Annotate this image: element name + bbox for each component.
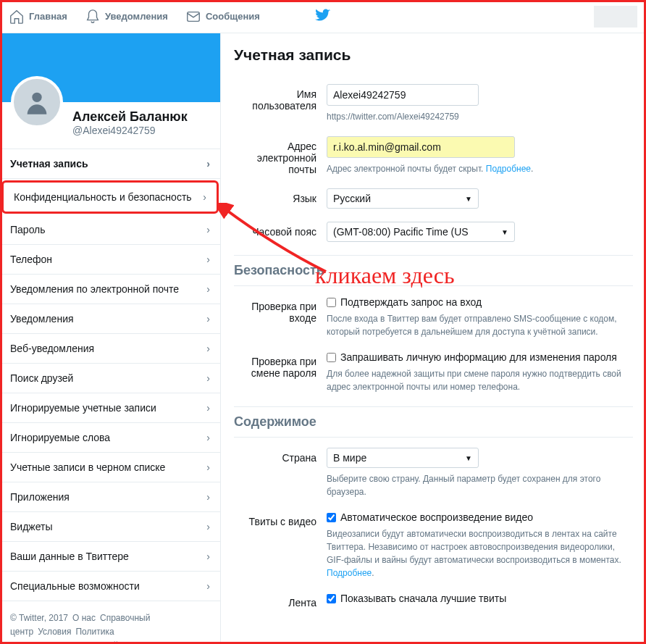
feed-best-first-checkbox[interactable]: [327, 594, 336, 603]
timezone-label: Часовой пояс: [234, 222, 327, 242]
chevron-right-icon: ›: [206, 343, 210, 354]
email-input[interactable]: [327, 136, 515, 158]
chevron-right-icon: ›: [206, 224, 210, 235]
person-icon: [22, 88, 51, 117]
footer-link-0[interactable]: О нас: [72, 613, 96, 623]
nav-home[interactable]: Главная: [9, 9, 67, 25]
country-select[interactable]: В мире ▼: [327, 448, 479, 468]
avatar[interactable]: [11, 76, 63, 128]
sidebar-item-label: Специальные возможности: [10, 580, 140, 592]
sidebar: Алексей Баланюк @Alexei49242759 Учетная …: [0, 33, 221, 644]
sidebar-item-label: Уведомления по электронной почте: [10, 283, 179, 295]
svg-rect-0: [188, 12, 200, 21]
sidebar-item-2[interactable]: Пароль›: [0, 215, 220, 245]
pw-verify-label: Проверка при смене пароля: [234, 351, 327, 393]
chevron-right-icon: ›: [206, 372, 210, 384]
chevron-right-icon: ›: [206, 254, 210, 265]
sidebar-item-label: Учетные записи в черном списке: [10, 461, 165, 473]
sidebar-item-0[interactable]: Учетная запись›: [0, 149, 220, 179]
svg-point-1: [32, 93, 41, 102]
chevron-down-icon: ▼: [501, 228, 508, 236]
sidebar-item-12[interactable]: Виджеты›: [0, 512, 220, 542]
username-url: https://twitter.com/Alexei49242759: [327, 110, 633, 123]
chevron-right-icon: ›: [206, 521, 210, 532]
sidebar-item-13[interactable]: Ваши данные в Твиттере›: [0, 542, 220, 572]
video-help-link[interactable]: Подробнее: [327, 568, 372, 578]
chevron-down-icon: ▼: [465, 195, 472, 203]
language-select[interactable]: Русский ▼: [327, 188, 479, 209]
language-label: Язык: [234, 188, 327, 209]
sidebar-item-3[interactable]: Телефон›: [0, 245, 220, 275]
sidebar-item-5[interactable]: Уведомления›: [0, 304, 220, 334]
sidebar-item-label: Поиск друзей: [10, 372, 73, 384]
login-verify-check-label: Подтверждать запрос на вход: [340, 296, 482, 308]
sidebar-item-label: Веб-уведомления: [10, 343, 94, 354]
country-help: Выберите свою страну. Данный параметр бу…: [327, 472, 633, 498]
sidebar-item-label: Учетная запись: [10, 158, 88, 170]
main-content: Учетная запись Имя пользователя https://…: [221, 33, 646, 644]
profile-name[interactable]: Алексей Баланюк: [72, 109, 211, 125]
sidebar-item-label: Ваши данные в Твиттере: [10, 551, 129, 562]
chevron-right-icon: ›: [206, 491, 210, 503]
sidebar-item-label: Игнорируемые учетные записи: [10, 402, 156, 414]
pw-verify-help: Для более надежной защиты при смене паро…: [327, 367, 633, 393]
footer-link-4[interactable]: Файлы cookie: [102, 640, 157, 644]
feed-check-label: Показывать сначала лучшие твиты: [340, 593, 506, 604]
sidebar-item-14[interactable]: Специальные возможности›: [0, 572, 220, 601]
footer-link-2[interactable]: Условия: [38, 627, 71, 637]
topbar: Главная Уведомления Сообщения: [0, 0, 646, 33]
username-input[interactable]: [327, 84, 479, 106]
sidebar-item-label: Уведомления: [10, 313, 74, 325]
section-security: Безопасность: [234, 255, 633, 286]
chevron-right-icon: ›: [206, 402, 210, 414]
chevron-right-icon: ›: [206, 461, 210, 473]
sidebar-item-label: Игнорируемые слова: [10, 432, 110, 443]
sidebar-item-7[interactable]: Поиск друзей›: [0, 364, 220, 393]
profile-handle[interactable]: @Alexei49242759: [72, 125, 211, 136]
video-autoplay-checkbox[interactable]: [327, 513, 336, 522]
sidebar-item-label: Виджеты: [10, 521, 53, 532]
country-label: Страна: [234, 448, 327, 498]
sidebar-item-label: Пароль: [10, 224, 46, 235]
sidebar-item-6[interactable]: Веб-уведомления›: [0, 334, 220, 364]
chevron-right-icon: ›: [206, 313, 210, 325]
footer-copyright: © Twitter, 2017: [10, 613, 68, 623]
nav-messages[interactable]: Сообщения: [185, 9, 260, 25]
login-verify-label: Проверка при входе: [234, 296, 327, 338]
sidebar-item-1[interactable]: Конфиденциальность и безопасность›: [1, 180, 219, 214]
email-help-link[interactable]: Подробнее: [486, 164, 531, 174]
home-icon: [9, 9, 25, 25]
chevron-right-icon: ›: [203, 191, 206, 203]
page-title: Учетная запись: [234, 46, 633, 71]
pw-verify-checkbox[interactable]: [327, 353, 336, 362]
username-label: Имя пользователя: [234, 84, 327, 123]
sidebar-item-11[interactable]: Приложения›: [0, 482, 220, 512]
login-verify-checkbox[interactable]: [327, 298, 336, 307]
profile-banner: [0, 33, 220, 102]
pw-verify-check-label: Запрашивать личную информацию для измене…: [340, 351, 617, 363]
sidebar-item-10[interactable]: Учетные записи в черном списке›: [0, 453, 220, 482]
sidebar-item-4[interactable]: Уведомления по электронной почте›: [0, 275, 220, 304]
chevron-right-icon: ›: [206, 551, 210, 562]
chevron-right-icon: ›: [206, 158, 210, 170]
nav-notifications[interactable]: Уведомления: [85, 9, 168, 25]
login-verify-help: После входа в Твиттер вам будет отправле…: [327, 312, 633, 338]
bell-icon: [85, 9, 101, 25]
settings-nav: Учетная запись›Конфиденциальность и безо…: [0, 149, 220, 601]
nav-notifications-label: Уведомления: [105, 11, 168, 22]
video-check-label: Автоматическое воспроизведение видео: [340, 511, 533, 523]
sidebar-item-9[interactable]: Игнорируемые слова›: [0, 423, 220, 453]
footer-links: © Twitter, 2017О насСправочный центрУсло…: [0, 601, 220, 644]
chevron-right-icon: ›: [206, 580, 210, 592]
video-help: Видеозаписи будут автоматически воспроиз…: [327, 527, 633, 580]
email-help: Адрес электронной почты будет скрыт. Под…: [327, 162, 633, 175]
sidebar-item-label: Телефон: [10, 254, 52, 265]
twitter-logo[interactable]: [315, 7, 331, 25]
sidebar-item-8[interactable]: Игнорируемые учетные записи›: [0, 393, 220, 423]
nav-messages-label: Сообщения: [206, 11, 260, 22]
topbar-placeholder: [594, 6, 637, 28]
chevron-right-icon: ›: [206, 432, 210, 443]
timezone-select[interactable]: (GMT-08:00) Pacific Time (US ▼: [327, 222, 515, 242]
email-label: Адрес электронной почты: [234, 136, 327, 175]
chevron-down-icon: ▼: [465, 454, 472, 462]
